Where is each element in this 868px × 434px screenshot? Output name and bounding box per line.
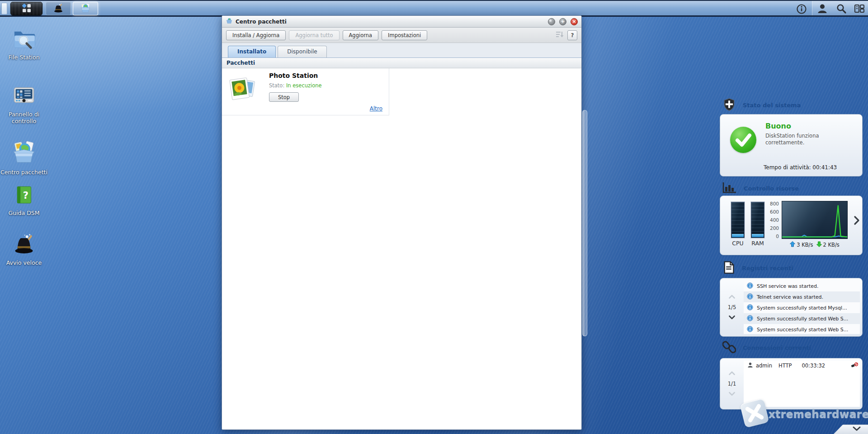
- help-button[interactable]: ?: [567, 30, 577, 40]
- ram-gauge: [751, 202, 764, 238]
- collapse-widgets-tab[interactable]: [834, 424, 868, 434]
- show-desktop-button[interactable]: [1, 3, 7, 14]
- upload-arrow-icon: [790, 241, 795, 248]
- main-menu-button[interactable]: [10, 2, 42, 15]
- info-log-icon: [747, 282, 753, 290]
- desktop-icon-label: File Station: [8, 54, 39, 61]
- upload-value: 3 KB/s: [797, 242, 813, 248]
- connections-pager: 1/1: [720, 358, 744, 409]
- package-center-icon: [11, 139, 37, 167]
- user-icon: [817, 3, 828, 15]
- cpu-label: CPU: [731, 240, 745, 247]
- cpu-gauge: [731, 202, 745, 238]
- logs-pager: 1/5: [720, 278, 744, 336]
- svg-text:?: ?: [23, 190, 28, 201]
- widget-title: Connessioni correnti: [743, 344, 811, 351]
- log-row: System successfully started Web S...: [744, 313, 860, 324]
- desktop-icon-dsm-help[interactable]: ? Guida DSM: [0, 184, 48, 217]
- log-row: System successfully started Web S...: [744, 324, 860, 334]
- pilot-view-button[interactable]: [853, 3, 866, 15]
- settings-button[interactable]: Impostazioni: [382, 30, 427, 40]
- shield-icon: [722, 98, 736, 113]
- uptime-text: Tempo di attività: 00:41:43: [764, 164, 837, 171]
- pager-down-icon[interactable]: [729, 391, 735, 397]
- pager-text: 1/1: [728, 381, 736, 387]
- sort-icon[interactable]: [555, 30, 564, 40]
- widget-title: Stato del sistema: [743, 102, 801, 109]
- chain-link-icon: [722, 340, 736, 355]
- photo-station-icon: [228, 73, 257, 105]
- expand-resource-chevron-icon[interactable]: [853, 215, 860, 227]
- widget-title: Controllo risorse: [744, 185, 799, 192]
- desktop-icon-package-center[interactable]: Centro pacchetti: [0, 139, 48, 176]
- magic-hat-icon: [52, 2, 64, 15]
- info-log-icon: [747, 326, 753, 334]
- watermark-text: xtremehardware.com: [769, 408, 868, 420]
- connections-card: 1/1 admin HTTP 00:33:32: [720, 358, 863, 410]
- package-center-taskbar-button[interactable]: [73, 2, 98, 15]
- disconnect-icon[interactable]: [851, 362, 858, 370]
- pager-up-icon[interactable]: [729, 294, 735, 300]
- system-status-description: DiskStation funziona correttamente.: [765, 133, 854, 146]
- pilot-view-icon: [854, 3, 865, 15]
- log-row: System successfully started Mysql...: [744, 302, 860, 313]
- connections-header: Connessioni correnti: [722, 340, 863, 355]
- window-title: Centro pacchetti: [236, 19, 544, 25]
- pager-down-icon[interactable]: [729, 315, 735, 321]
- desktop-icon-label: Avvio veloce: [6, 260, 42, 267]
- quick-launch-button[interactable]: [46, 2, 71, 15]
- help-book-icon: ?: [13, 184, 35, 208]
- desktop-icon-quick-start[interactable]: Avvio veloce: [0, 232, 48, 267]
- connection-time: 00:33:32: [802, 362, 825, 369]
- file-station-icon: [12, 26, 36, 52]
- package-status-value: In esecuzione: [286, 82, 322, 89]
- recent-logs-header: Registri recenti: [722, 261, 863, 275]
- log-row: SSH service was started.: [744, 281, 860, 291]
- connection-user: admin: [756, 362, 772, 369]
- window-titlebar[interactable]: Centro pacchetti + ×: [222, 16, 581, 28]
- info-log-icon: [747, 304, 753, 312]
- more-link[interactable]: Altro: [370, 105, 382, 112]
- tab-strip: Installato Disponibile: [222, 43, 581, 58]
- window-title-icon: [226, 17, 233, 26]
- resource-monitor-header: Controllo risorse: [722, 181, 863, 196]
- info-log-icon: [747, 315, 753, 323]
- package-center-window: Centro pacchetti + × Installa / Aggiorna…: [222, 15, 582, 430]
- search-icon: [836, 3, 847, 15]
- info-log-icon: [747, 293, 753, 301]
- download-arrow-icon: [816, 241, 822, 248]
- group-header: Pacchetti: [222, 58, 581, 68]
- window-content: Photo Station Stato: In esecuzione Stop …: [222, 68, 581, 429]
- desktop-icon-control-panel[interactable]: Pannello di controllo: [0, 82, 48, 125]
- stop-button[interactable]: Stop: [269, 92, 299, 102]
- taskbar-right-panel: [812, 1, 868, 15]
- user-icon: [747, 362, 753, 369]
- user-menu-button[interactable]: [816, 3, 829, 15]
- tab-installed[interactable]: Installato: [228, 46, 276, 57]
- minimize-button[interactable]: [548, 18, 555, 25]
- network-chart: [782, 201, 848, 239]
- network-chart-y-ticks: 800 600 400 200 0: [765, 201, 779, 239]
- close-button[interactable]: ×: [571, 18, 578, 25]
- update-all-button[interactable]: Aggiorna tutto: [289, 30, 339, 40]
- connection-protocol: HTTP: [778, 362, 792, 369]
- window-edge-scroll-pill[interactable]: [582, 110, 587, 336]
- tab-available[interactable]: Disponibile: [278, 46, 326, 57]
- widget-title: Registri recenti: [742, 265, 793, 272]
- status-ok-icon: [730, 127, 756, 153]
- maximize-button[interactable]: +: [559, 18, 566, 25]
- install-update-button[interactable]: Installa / Aggiorna: [226, 30, 286, 40]
- taskbar: [0, 0, 868, 17]
- package-status: Stato: In esecuzione: [269, 82, 322, 89]
- pager-up-icon[interactable]: [729, 370, 735, 377]
- chevron-down-icon: [853, 426, 861, 433]
- control-panel-icon: [11, 82, 37, 109]
- info-button[interactable]: [796, 4, 807, 15]
- desktop-icon-file-station[interactable]: File Station: [0, 26, 48, 61]
- package-center-icon: [80, 2, 91, 15]
- connection-row: admin HTTP 00:33:32: [744, 361, 860, 371]
- search-button[interactable]: [835, 3, 848, 15]
- recent-logs-card: 1/5 SSH service was started. Telnet serv…: [720, 278, 863, 337]
- network-legend: 3 KB/s 2 KB/s: [774, 241, 856, 248]
- refresh-button[interactable]: Aggiorna: [343, 30, 379, 40]
